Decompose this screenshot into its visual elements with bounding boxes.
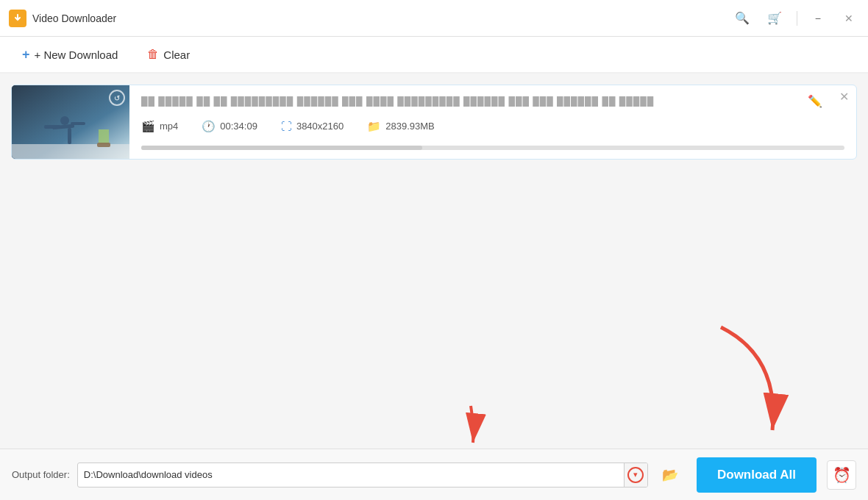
title-bar: Video Downloader 🔍 🛒 − ✕ [0, 0, 868, 37]
resolution-item: ⛶ 3840x2160 [281, 120, 344, 132]
main-content: ↺ ██ █████ ██ ██ █████████ ██████ ███ ██… [0, 74, 868, 449]
alarm-icon: ⏰ [833, 466, 851, 484]
app-icon [9, 10, 26, 27]
video-close-button[interactable]: ✕ [839, 91, 849, 103]
thumbnail-bg: ↺ [12, 85, 129, 159]
browse-folder-button[interactable]: 📂 [658, 463, 682, 488]
output-dropdown-button[interactable]: ▾ [624, 463, 647, 488]
search-icon[interactable]: 🔍 [732, 8, 753, 28]
dropdown-circle-indicator: ▾ [627, 467, 644, 483]
clear-button[interactable]: 🗑 Clear [140, 43, 197, 65]
plus-icon: + [22, 47, 30, 63]
download-all-button[interactable]: Download All [697, 457, 817, 493]
output-label: Output folder: [12, 469, 70, 480]
edit-icon[interactable]: ✏️ [808, 94, 822, 108]
progress-bar-bg [141, 146, 844, 150]
alarm-button[interactable]: ⏰ [827, 460, 856, 490]
svg-rect-9 [71, 122, 85, 125]
format-icon: 🎬 [141, 120, 155, 133]
minimize-button[interactable]: − [809, 10, 827, 27]
video-title: ██ █████ ██ ██ █████████ ██████ ███ ████… [141, 96, 800, 107]
duration-item: 🕐 00:34:09 [202, 120, 257, 133]
video-meta-row: 🎬 mp4 🕐 00:34:09 ⛶ 3840x2160 📁 2839.93MB [141, 120, 844, 133]
app-title: Video Downloader [32, 12, 732, 24]
video-progress-row [141, 146, 844, 150]
svg-rect-2 [12, 144, 129, 159]
toolbar: + + New Download 🗑 Clear [0, 37, 868, 74]
output-path-container: D:\Download\download videos ▾ [77, 463, 648, 488]
play-overlay: ↺ [109, 90, 125, 106]
video-title-row: ██ █████ ██ ██ █████████ ██████ ███ ████… [141, 94, 844, 108]
duration-value: 00:34:09 [220, 121, 257, 132]
svg-point-5 [60, 116, 69, 125]
svg-rect-7 [68, 128, 71, 144]
resolution-icon: ⛶ [281, 120, 292, 132]
cart-icon[interactable]: 🛒 [764, 8, 785, 28]
separator [797, 11, 797, 26]
new-download-label: + New Download [35, 49, 118, 61]
bottom-bar: Output folder: D:\Download\download vide… [0, 449, 868, 500]
clear-label: Clear [163, 49, 190, 61]
folder-icon: 📁 [367, 120, 381, 133]
svg-rect-4 [97, 143, 110, 147]
folder-open-icon: 📂 [662, 467, 678, 483]
new-download-button[interactable]: + + New Download [15, 43, 125, 67]
format-item: 🎬 mp4 [141, 120, 178, 133]
filesize-item: 📁 2839.93MB [367, 120, 435, 133]
clock-icon: 🕐 [202, 120, 216, 133]
svg-rect-3 [99, 129, 109, 144]
window-controls: 🔍 🛒 − ✕ [732, 8, 859, 28]
svg-rect-8 [44, 125, 60, 129]
filesize-value: 2839.93MB [385, 121, 435, 132]
close-button[interactable]: ✕ [839, 10, 859, 27]
video-info: ██ █████ ██ ██ █████████ ██████ ███ ████… [129, 85, 856, 159]
format-value: mp4 [160, 121, 178, 132]
video-thumbnail: ↺ [12, 85, 129, 159]
progress-bar-fill [141, 146, 422, 150]
output-path-text: D:\Download\download videos [78, 469, 624, 480]
trash-icon: 🗑 [147, 48, 159, 61]
video-card: ↺ ██ █████ ██ ██ █████████ ██████ ███ ██… [11, 85, 857, 160]
resolution-value: 3840x2160 [296, 121, 344, 132]
